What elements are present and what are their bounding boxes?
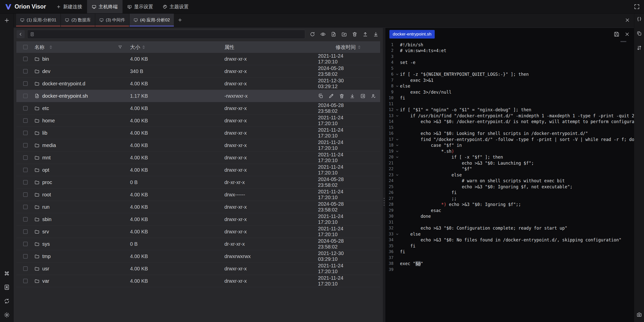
row-checkbox[interactable]: [23, 94, 28, 98]
fold-chevron-icon[interactable]: [394, 144, 400, 147]
file-row-home[interactable]: home4.00 KBdrwxr-xr-x2021-11-24 17:20:10: [16, 115, 380, 127]
row-checkbox[interactable]: [23, 69, 28, 74]
file-name[interactable]: dev: [42, 68, 50, 74]
fold-chevron-icon[interactable]: [394, 84, 400, 88]
file-row-etc[interactable]: etc4.00 KBdrwxr-xr-x2024-05-28 23:58:02: [16, 102, 380, 115]
file-name[interactable]: docker-entrypoint.sh: [42, 93, 88, 99]
row-checkbox[interactable]: [23, 192, 28, 197]
select-all-checkbox[interactable]: [23, 45, 28, 49]
back-button[interactable]: [17, 30, 25, 38]
file-row-mnt[interactable]: mnt4.00 KBdrwxr-xr-x2021-11-24 17:20:10: [16, 152, 380, 164]
session-tab-3[interactable]: (3) 中间件: [95, 14, 129, 26]
row-checkbox[interactable]: [23, 266, 28, 271]
row-checkbox[interactable]: [23, 131, 28, 135]
session-tab-4[interactable]: (4) 应用-分析02: [130, 14, 174, 26]
splitter-grip[interactable]: [384, 198, 385, 206]
new-file-button[interactable]: [329, 30, 338, 39]
swap-vertical-icon[interactable]: [636, 45, 642, 51]
file-name[interactable]: sbin: [42, 217, 52, 222]
fold-chevron-icon[interactable]: [394, 173, 400, 177]
column-header-name[interactable]: 名称: [34, 44, 130, 51]
file-row-sbin[interactable]: sbin4.00 KBdrwxr-xr-x2021-11-24 17:20:10: [16, 213, 380, 226]
nav-item-new-connection[interactable]: 新建连接: [52, 0, 87, 13]
file-row-docker-entrypoint.d[interactable]: docker-entrypoint.d4.00 KBdrwxr-xr-x2021…: [16, 78, 380, 90]
file-row-root[interactable]: root4.00 KBdrwx------2021-11-24 17:20:10: [16, 189, 380, 201]
refresh-button[interactable]: [308, 30, 316, 39]
delete-icon[interactable]: [339, 93, 344, 99]
file-row-media[interactable]: media4.00 KBdrwxr-xr-x2021-11-24 17:20:1…: [16, 139, 380, 152]
fold-chevron-icon[interactable]: [394, 155, 400, 159]
save-icon[interactable]: [614, 31, 619, 37]
row-checkbox[interactable]: [23, 217, 28, 222]
filter-icon[interactable]: [118, 45, 123, 50]
file-row-sys[interactable]: sys0 Bdr-xr-xr-x2024-05-28 23:58:02: [16, 238, 380, 250]
file-name[interactable]: bin: [42, 56, 49, 62]
scrollbar-thumb[interactable]: [620, 41, 626, 42]
session-tab-1[interactable]: (1) 应用-分析01: [16, 14, 60, 26]
column-header-mtime[interactable]: 修改时间: [318, 44, 380, 51]
file-row-dev[interactable]: dev340 Bdrwxr-xr-x2024-05-28 23:58:02: [16, 65, 380, 78]
sort-carets-icon[interactable]: [50, 45, 52, 49]
fold-chevron-icon[interactable]: [394, 114, 400, 118]
row-checkbox[interactable]: [23, 81, 28, 86]
gear-icon[interactable]: [4, 312, 10, 318]
row-checkbox[interactable]: [23, 242, 28, 246]
file-name[interactable]: tmp: [42, 254, 51, 259]
contacts-icon[interactable]: [4, 284, 10, 290]
row-checkbox[interactable]: [23, 155, 28, 160]
new-session-tab-button[interactable]: [178, 18, 182, 22]
show-hidden-button[interactable]: [319, 30, 327, 39]
edit-icon[interactable]: [329, 93, 334, 99]
file-name[interactable]: docker-entrypoint.d: [42, 81, 85, 87]
code-editor[interactable]: 1#!/bin/sh2# vim:sw=4:ts=4:et34set -e56i…: [385, 41, 634, 322]
file-row-docker-entrypoint.sh[interactable]: docker-entrypoint.sh1.17 KB-rwxrwxr-x: [16, 90, 380, 102]
file-name[interactable]: etc: [42, 105, 49, 111]
row-checkbox[interactable]: [23, 57, 28, 61]
file-row-var[interactable]: var4.00 KBdrwxr-xr-x2021-11-24 17:20:10: [16, 275, 380, 287]
file-name[interactable]: srv: [42, 229, 49, 235]
file-row-srv[interactable]: srv4.00 KBdrwxr-xr-x2021-11-24 17:20:10: [16, 226, 380, 238]
close-editor-icon[interactable]: [624, 31, 630, 37]
file-name[interactable]: usr: [42, 266, 49, 272]
braces-icon[interactable]: [636, 16, 642, 22]
file-row-usr[interactable]: usr4.00 KBdrwxr-xr-x2021-11-24 17:20:10: [16, 263, 380, 275]
file-row-opt[interactable]: opt4.00 KBdrwxr-xr-x2021-11-24 17:20:10: [16, 164, 380, 176]
nav-item-theme-settings[interactable]: 主题设置: [158, 0, 193, 13]
row-checkbox[interactable]: [23, 205, 28, 209]
file-name[interactable]: sys: [42, 241, 50, 247]
file-row-bin[interactable]: bin4.00 KBdrwxr-xr-x2021-11-24 17:20:10: [16, 53, 380, 65]
panel-splitter[interactable]: [383, 28, 385, 322]
row-checkbox[interactable]: [23, 279, 28, 283]
sync-icon[interactable]: [4, 298, 10, 304]
file-row-tmp[interactable]: tmp4.00 KBdrwxrwxrwx2021-12-30 03:29:10: [16, 250, 380, 263]
editor-file-tab[interactable]: docker-entrypoint.sh: [389, 30, 435, 39]
plus-icon[interactable]: [4, 17, 10, 23]
nav-item-host-terminal[interactable]: 主机终端: [87, 0, 123, 13]
close-panel-icon[interactable]: [625, 17, 630, 23]
row-checkbox[interactable]: [23, 168, 28, 172]
nav-item-display-settings[interactable]: 显示设置: [123, 0, 158, 13]
row-checkbox[interactable]: [23, 143, 28, 148]
row-checkbox[interactable]: [23, 254, 28, 259]
fold-chevron-icon[interactable]: [394, 232, 400, 236]
file-name[interactable]: run: [42, 204, 50, 210]
file-row-lib[interactable]: lib4.00 KBdrwxr-xr-x2021-11-24 17:20:10: [16, 127, 380, 139]
row-checkbox[interactable]: [23, 118, 28, 123]
doc-list-icon[interactable]: [30, 32, 34, 37]
fold-chevron-icon[interactable]: [394, 73, 400, 76]
file-name[interactable]: home: [42, 118, 55, 124]
fullscreen-icon[interactable]: [634, 4, 640, 10]
move-icon[interactable]: [360, 93, 366, 99]
row-checkbox[interactable]: [23, 180, 28, 185]
file-name[interactable]: root: [42, 192, 51, 198]
file-name[interactable]: proc: [42, 180, 52, 185]
column-header-size[interactable]: 大小: [130, 44, 224, 51]
app-logo[interactable]: Orion Visor: [0, 3, 52, 11]
copy-files-icon[interactable]: [636, 31, 642, 36]
file-name[interactable]: media: [42, 142, 56, 148]
sort-carets-icon[interactable]: [358, 45, 360, 49]
file-row-run[interactable]: run4.00 KBdrwxr-xr-x2024-05-28 23:58:02: [16, 201, 380, 213]
permission-icon[interactable]: [371, 93, 376, 99]
camera-icon[interactable]: [636, 312, 642, 317]
sort-carets-icon[interactable]: [142, 45, 145, 49]
